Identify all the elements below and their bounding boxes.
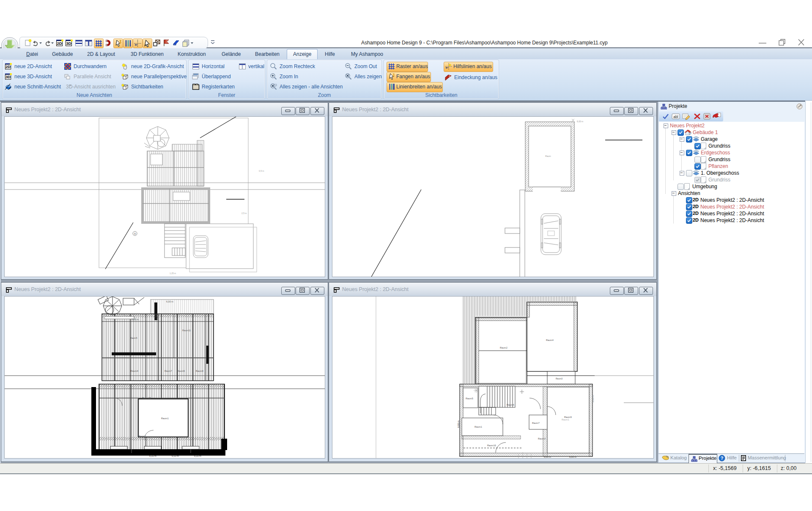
svg-text:Raum6: Raum6 [507, 404, 514, 406]
svg-text:6,00 m: 6,00 m [194, 455, 201, 457]
svg-text:6,66 m: 6,66 m [457, 420, 460, 428]
svg-text:Raum8: Raum8 [196, 370, 203, 372]
svg-text:6,00 m: 6,00 m [172, 455, 179, 457]
svg-text:6,00 m: 6,00 m [149, 455, 156, 457]
svg-text:Raum1: Raum1 [562, 418, 569, 421]
svg-text:?: ? [721, 456, 724, 461]
svg-text:2,5 m: 2,5 m [241, 212, 247, 214]
svg-text:Raum1: Raum1 [161, 417, 169, 420]
svg-text:abl: abl [673, 115, 678, 119]
svg-text:6,00 m: 6,00 m [577, 120, 583, 123]
svg-text:A: A [134, 232, 136, 235]
svg-text:Raum7: Raum7 [532, 422, 540, 424]
svg-text:1,25 m: 1,25 m [170, 272, 176, 275]
svg-text:Raum11: Raum11 [182, 329, 191, 332]
svg-text:6,66 m: 6,66 m [592, 395, 594, 402]
svg-text:Raum16: Raum16 [487, 444, 496, 447]
svg-text:Raum2: Raum2 [138, 435, 146, 437]
svg-text:2D: 2D [57, 41, 62, 46]
svg-text:0,5 m: 0,5 m [259, 170, 264, 172]
svg-text:Raum3: Raum3 [538, 437, 546, 440]
svg-text:3D: 3D [5, 75, 11, 79]
svg-text:Raum1: Raum1 [475, 426, 482, 428]
svg-text:Raum6: Raum6 [177, 370, 185, 372]
svg-text:3D: 3D [66, 41, 71, 46]
svg-text:6,00 m: 6,00 m [166, 300, 173, 303]
svg-text:Raum3: Raum3 [556, 377, 562, 380]
svg-text:Raum5: Raum5 [466, 397, 473, 400]
svg-text:Raum4: Raum4 [546, 339, 554, 341]
svg-text:Raum: Raum [545, 155, 551, 157]
svg-text:Raum16: Raum16 [142, 397, 151, 399]
svg-text:2D: 2D [5, 65, 11, 69]
svg-text:6,00 m: 6,00 m [569, 456, 576, 458]
svg-text:Raum7: Raum7 [165, 370, 172, 372]
svg-text:Raum4: Raum4 [131, 370, 138, 372]
svg-text:Raum2: Raum2 [500, 346, 508, 349]
svg-text:6,66 m: 6,66 m [132, 318, 139, 321]
svg-text:Raum5: Raum5 [130, 337, 137, 339]
svg-text:6,00 m: 6,00 m [544, 456, 551, 458]
